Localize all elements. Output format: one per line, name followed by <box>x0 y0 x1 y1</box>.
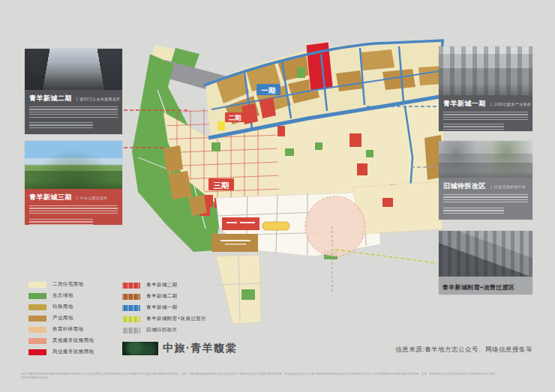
info-card-phase3: 青羊新城三期 | 中央公园宜居区 <box>25 141 122 225</box>
legend-swatch <box>28 293 46 299</box>
legend-item: 青羊新城一期 <box>122 304 177 311</box>
legend-item: 二类住宅用地 <box>28 281 83 288</box>
legend-swatch <box>28 327 46 333</box>
legend-item: 特殊用地 <box>28 304 74 310</box>
info-card-transition: 青羊新城刚需+改善过渡区 <box>439 231 532 295</box>
map-label-phase2: 二期 <box>225 112 244 122</box>
map-road-pill <box>262 222 290 230</box>
title-divider: | <box>490 184 492 189</box>
legend-swatch <box>28 338 46 344</box>
legend-swatch <box>28 316 46 322</box>
legend-item: 生态绿地 <box>28 292 74 299</box>
poster-page: 一期 二期 三期 青羊新城二期 | 超20万人高密度聚居区 <box>0 0 555 392</box>
legend-swatch <box>28 304 46 310</box>
map-green-parcel <box>297 67 305 78</box>
body-text <box>29 205 118 216</box>
footer-line-2: 敬请留意最新发布信息。 <box>21 376 51 379</box>
oldtown-subtitle: 日渐没落的城中村 <box>494 184 526 189</box>
legend-label: 特殊用地 <box>52 304 74 310</box>
oldtown-photo <box>439 141 532 178</box>
body-text <box>29 219 93 226</box>
phase2-photo <box>25 49 122 90</box>
body-text <box>443 208 504 215</box>
legend-swatch <box>28 349 46 355</box>
legend-label: 青羊新城刚需+改善过渡区 <box>146 316 206 322</box>
map-brown-box <box>212 234 258 252</box>
legend-item: 旧城待拆改区 <box>122 327 177 334</box>
legend-swatch <box>122 283 140 289</box>
body-text <box>443 194 528 205</box>
brand-logo-image <box>122 342 158 355</box>
legend-label: 青羊新城二期 <box>146 293 177 300</box>
phase2-subtitle: 超20万人高密度聚居区 <box>80 97 121 101</box>
legend-item: 产业用地 <box>28 315 74 322</box>
body-text <box>443 124 504 133</box>
phase3-title: 青羊新城三期 <box>29 193 72 202</box>
body-text <box>29 106 118 119</box>
svg-text:一期: 一期 <box>262 86 276 94</box>
legend-label: 产业用地 <box>52 315 74 322</box>
phase2-title: 青羊新城二期 <box>29 94 72 103</box>
legend-swatch <box>122 316 140 322</box>
title-divider: | <box>76 97 78 101</box>
info-card-phase1: 青羊新城一期 | 1000亿配套产业集群 <box>439 46 532 131</box>
legend-label: 青羊新城一期 <box>146 304 177 311</box>
title-divider: | <box>490 102 492 106</box>
map-transition-circle <box>305 196 365 256</box>
legend-swatch <box>122 305 140 311</box>
legend-swatch <box>122 294 140 300</box>
transition-photo <box>439 231 532 277</box>
svg-text:二期: 二期 <box>229 114 242 121</box>
legend-item: 青羊新城三期 <box>122 282 177 289</box>
legend-swatch <box>122 328 140 334</box>
legend-item: 其他服务设施用地 <box>28 337 94 344</box>
legend-label: 教育科研用地 <box>52 326 83 333</box>
legend-label: 其他服务设施用地 <box>52 337 94 344</box>
info-card-oldtown: 旧城待拆改区 | 日渐没落的城中村 <box>439 141 532 220</box>
map-parcel <box>352 181 442 234</box>
title-divider: | <box>76 196 78 200</box>
brand-name: 中旅·青羊馥棠 <box>163 342 237 355</box>
oldtown-title: 旧城待拆改区 <box>443 181 486 191</box>
phase3-photo <box>25 141 122 189</box>
phase1-title: 青羊新城一期 <box>443 99 486 109</box>
legend-label: 二类住宅用地 <box>52 281 83 288</box>
legend-item: 商业服务设施用地 <box>28 349 94 355</box>
footer-disclaimer: 备注:本图为区域规划示意图,所载内容根据青羊地方志公众号及网络公开资料整理绘制,… <box>21 373 534 380</box>
transition-title: 青羊新城刚需+改善过渡区 <box>442 284 514 291</box>
map-green-parcel <box>242 289 255 300</box>
footer-line-1: 备注:本图为区域规划示意图,所载内容根据青羊地方志公众号及网络公开资料整理绘制,… <box>21 373 497 376</box>
legend-swatch <box>28 282 46 288</box>
body-text <box>443 112 528 121</box>
map-label-phase1: 一期 <box>256 84 280 95</box>
legend-label: 青羊新城三期 <box>146 282 177 289</box>
body-text <box>29 122 93 130</box>
legend-item: 教育科研用地 <box>28 326 83 333</box>
info-card-phase2: 青羊新城二期 | 超20万人高密度聚居区 <box>25 49 122 134</box>
svg-text:三期: 三期 <box>214 181 230 190</box>
phase1-photo <box>439 46 532 95</box>
map-label-phase3: 三期 <box>208 178 234 190</box>
map-commercial-parcel <box>382 198 393 207</box>
phase1-subtitle: 1000亿配套产业集群 <box>494 102 531 106</box>
legend-item: 青羊新城刚需+改善过渡区 <box>122 316 206 322</box>
legend-label: 商业服务设施用地 <box>52 349 94 355</box>
legend-label: 旧城待拆改区 <box>146 327 177 334</box>
phase3-subtitle: 中央公园宜居区 <box>80 196 108 200</box>
map-red-banner <box>222 217 260 230</box>
legend-item: 青羊新城二期 <box>122 293 177 300</box>
legend-label: 生态绿地 <box>52 292 74 299</box>
source-note: 信息来源:青羊地方志公众号、网络信息搜集等 <box>395 346 532 355</box>
